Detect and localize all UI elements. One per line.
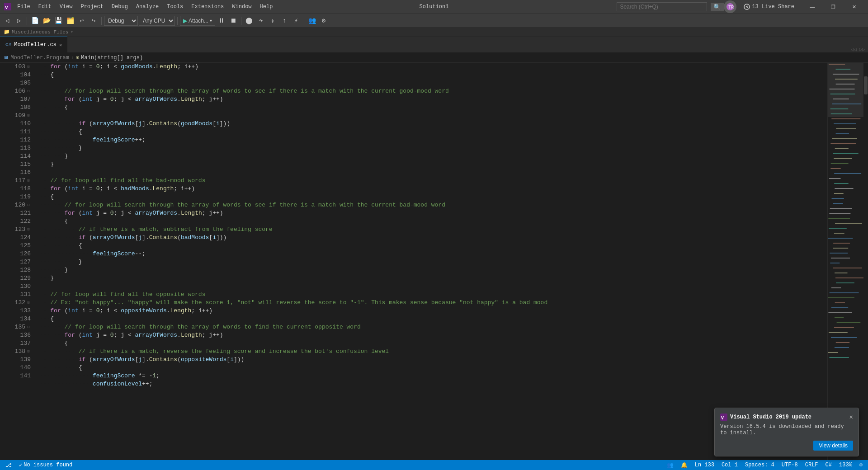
menu-help[interactable]: Help xyxy=(256,2,277,12)
no-issues-status[interactable]: ✓ No issues found xyxy=(17,462,74,469)
redo-button[interactable]: ↪ xyxy=(88,15,99,26)
live-share-status[interactable]: 👥 xyxy=(665,462,675,469)
minimize-button[interactable]: — xyxy=(802,0,823,14)
gutter-113: 113 xyxy=(0,144,34,152)
search-input[interactable] xyxy=(617,2,707,11)
code-line-138: ············ if (arrayOfWords[j].Contain… xyxy=(36,356,827,364)
menu-tools[interactable]: Tools xyxy=(163,2,187,12)
collapse-103[interactable]: ⊟ xyxy=(26,65,31,69)
collapse-117[interactable]: ⊟ xyxy=(26,179,31,183)
toolbar-separator-2 xyxy=(101,17,102,25)
menu-edit[interactable]: Edit xyxy=(35,2,55,12)
collapse-tabs-button[interactable]: ◁◁ xyxy=(851,47,857,52)
menu-file[interactable]: File xyxy=(14,2,34,12)
collapse-106[interactable]: ⊟ xyxy=(26,89,31,94)
breadcrumb-part2[interactable]: Main(string[] args) xyxy=(81,55,143,61)
collapse-132[interactable]: ⊟ xyxy=(26,301,31,305)
feedback-button[interactable]: ☺ xyxy=(858,462,864,468)
expand-tabs-button[interactable]: ▷▷ xyxy=(859,47,865,52)
active-tab-label: MoodTeller.cs xyxy=(14,42,57,48)
menu-extensions[interactable]: Extensions xyxy=(188,2,227,12)
gutter-138: 138⊟ xyxy=(0,348,34,356)
toolbar-separator-3 xyxy=(177,17,178,25)
scrollbar-thumb[interactable] xyxy=(864,76,868,94)
vs-logo-icon: V xyxy=(720,414,727,421)
config-dropdown[interactable]: Debug Release xyxy=(104,16,138,26)
platform-dropdown[interactable]: Any CPU x86 x64 xyxy=(139,16,175,26)
new-project-button[interactable]: 📄 xyxy=(29,15,40,26)
svg-text:TR: TR xyxy=(728,5,734,10)
notification-title-area: V Visual Studio 2019 update xyxy=(720,414,811,421)
git-branch-status[interactable]: ⎇ xyxy=(4,462,14,469)
menu-debug[interactable]: Debug xyxy=(108,2,132,12)
gutter-107: 107 xyxy=(0,95,34,103)
minimap[interactable] xyxy=(827,63,863,460)
collapse-123[interactable]: ⊟ xyxy=(26,227,31,232)
gutter-134: 134 xyxy=(0,315,34,323)
step-out-button[interactable]: ↑ xyxy=(279,15,290,26)
start-debug-button[interactable]: ⏸ xyxy=(216,15,227,26)
code-line-120: ········ for (int j = 0; j < arrayOfWord… xyxy=(36,209,827,217)
notification-status[interactable]: 🔔 xyxy=(679,462,689,469)
forward-button[interactable]: ▷ xyxy=(14,15,24,26)
gutter-133: 133 xyxy=(0,307,34,315)
menu-analyze[interactable]: Analyze xyxy=(132,2,162,12)
search-button[interactable]: 🔍 xyxy=(711,3,724,11)
live-share-button[interactable]: 13 Live Share xyxy=(740,4,798,10)
code-line-107: ········ { xyxy=(36,103,827,112)
gutter-116: 116 xyxy=(0,169,34,177)
breakpoint-button[interactable]: ⬤ xyxy=(244,15,255,26)
gutter-125: 125 xyxy=(0,242,34,250)
code-line-108 xyxy=(36,112,827,120)
stop-debug-button[interactable]: ⏹ xyxy=(228,15,239,26)
live-share-toolbar-icon[interactable]: 👥 xyxy=(307,15,317,26)
toolbar: ◁ ▷ 📄 📂 💾 🗂️ ↩ ↪ Debug Release Any CPU x… xyxy=(0,14,868,27)
tab-moodteller[interactable]: C# MoodTeller.cs ✕ xyxy=(0,37,67,52)
line-ending-status[interactable]: CRLF xyxy=(803,462,820,468)
breadcrumb-part1[interactable]: MoodTeller.Program xyxy=(10,55,69,61)
collapse-120[interactable]: ⊟ xyxy=(26,203,31,207)
collapse-138[interactable]: ⊟ xyxy=(26,349,31,354)
exception-settings-button[interactable]: ⚡ xyxy=(291,15,302,26)
menu-view[interactable]: View xyxy=(56,2,76,12)
step-into-button[interactable]: ↡ xyxy=(267,15,278,26)
collapse-135[interactable]: ⊟ xyxy=(26,325,31,329)
checkmark-icon: ✓ xyxy=(19,462,22,469)
svg-text:V: V xyxy=(721,416,724,421)
maximize-button[interactable]: ❐ xyxy=(823,0,844,14)
save-all-button[interactable]: 🗂️ xyxy=(65,15,75,26)
view-details-button[interactable]: View details xyxy=(813,441,853,451)
encoding-status[interactable]: UTF-8 xyxy=(780,462,800,468)
collapse-109[interactable]: ⊟ xyxy=(26,113,31,118)
close-tab-button[interactable]: ✕ xyxy=(59,42,62,48)
gutter-130: 130 xyxy=(0,282,34,291)
attach-button[interactable]: ▶ Attach... ▾ xyxy=(180,16,215,26)
status-left: ⎇ ✓ No issues found xyxy=(4,462,74,469)
gutter-110: 110 xyxy=(0,120,34,128)
gutter-106: 106⊟ xyxy=(0,87,34,95)
extension-button[interactable]: ⚙ xyxy=(318,15,329,26)
gutter-129: 129 xyxy=(0,274,34,282)
code-line-126: ············ } xyxy=(36,258,827,266)
close-button[interactable]: ✕ xyxy=(844,0,864,14)
undo-button[interactable]: ↩ xyxy=(76,15,87,26)
menu-bar: File Edit View Project Debug Analyze Too… xyxy=(14,2,613,12)
code-line-131: ···· // Ex: "not happy"... "happy" will … xyxy=(36,299,827,307)
zoom-status[interactable]: 133% xyxy=(837,462,854,468)
col-status[interactable]: Col 1 xyxy=(720,462,740,468)
back-button[interactable]: ◁ xyxy=(2,15,13,26)
code-editor[interactable]: ···· for (int i = 0; i < goodMoods.Lengt… xyxy=(36,63,827,460)
vertical-scrollbar[interactable] xyxy=(863,63,868,460)
open-button[interactable]: 📂 xyxy=(41,15,52,26)
step-over-button[interactable]: ↷ xyxy=(255,15,266,26)
menu-project[interactable]: Project xyxy=(77,2,107,12)
status-right: 👥 🔔 Ln 133 Col 1 Spaces: 4 UTF-8 CRLF C#… xyxy=(665,462,864,469)
language-status[interactable]: C# xyxy=(824,462,834,468)
save-button[interactable]: 💾 xyxy=(53,15,64,26)
notification-body-text: Version 16.5.4 is downloaded and ready t… xyxy=(720,423,853,436)
spaces-status[interactable]: Spaces: 4 xyxy=(743,462,776,468)
notification-close-button[interactable]: ✕ xyxy=(849,414,853,420)
line-status[interactable]: Ln 133 xyxy=(693,462,716,468)
menu-window[interactable]: Window xyxy=(228,2,255,12)
code-line-134: ········ // for loop will search through… xyxy=(36,323,827,331)
